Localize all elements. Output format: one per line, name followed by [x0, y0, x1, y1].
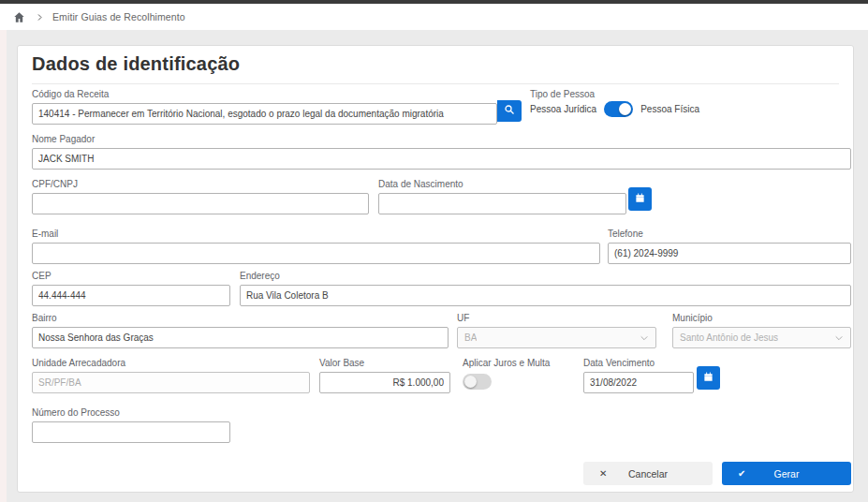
tipo-pessoa-toggle[interactable] [604, 101, 633, 117]
valor-base-label: Valor Base [319, 358, 450, 368]
uf-label: UF [457, 313, 656, 323]
cpf-cnpj-input[interactable] [32, 193, 369, 214]
identification-card: Dados de identificação Código da Receita… [17, 45, 854, 493]
check-icon: ✔ [738, 469, 745, 479]
data-nascimento-label: Data de Nascimento [378, 179, 626, 189]
aplicar-juros-toggle[interactable] [463, 374, 492, 390]
cpf-cnpj-label: CPF/CNPJ [32, 179, 369, 189]
breadcrumb-current: Emitir Guias de Recolhimento [52, 11, 185, 22]
tipo-pessoa-switch-row: Pessoa Jurídica Pessoa Física [530, 101, 699, 117]
generate-button-label: Gerar [774, 468, 800, 480]
nome-pagador-input[interactable] [32, 148, 851, 170]
cep-label: CEP [32, 271, 230, 281]
close-icon: ✕ [599, 469, 607, 479]
cancel-button[interactable]: ✕ Cancelar [583, 462, 713, 485]
endereco-label: Endereço [240, 271, 851, 281]
tipo-pessoa-option-juridica: Pessoa Jurídica [530, 104, 596, 114]
nome-pagador-label: Nome Pagador [32, 134, 851, 144]
bairro-label: Bairro [32, 313, 449, 323]
data-vencimento-input[interactable] [583, 372, 694, 393]
breadcrumb: Emitir Guias de Recolhimento [0, 4, 868, 30]
municipio-label: Município [672, 313, 851, 323]
telefone-input[interactable] [608, 243, 851, 264]
calendar-icon [635, 192, 645, 206]
endereco-input[interactable] [240, 285, 851, 306]
chevron-down-icon [834, 333, 844, 343]
generate-button[interactable]: ✔ Gerar [722, 462, 851, 485]
numero-processo-input[interactable] [32, 421, 230, 443]
codigo-receita-label: Código da Receita [32, 89, 497, 99]
data-nascimento-calendar-button[interactable] [628, 187, 652, 211]
data-vencimento-label: Data Vencimento [583, 358, 694, 368]
calendar-icon [703, 371, 714, 385]
codigo-receita-input[interactable] [32, 103, 497, 125]
uf-select[interactable]: BA [457, 327, 656, 348]
home-icon[interactable] [13, 11, 25, 23]
numero-processo-label: Número do Processo [32, 407, 230, 418]
uf-selected-value: BA [464, 332, 477, 343]
cancel-button-label: Cancelar [628, 468, 668, 480]
toggle-knob [464, 376, 477, 388]
aplicar-juros-label: Aplicar Juros e Multa [463, 358, 550, 368]
telefone-label: Telefone [608, 229, 851, 239]
tipo-pessoa-option-fisica: Pessoa Física [640, 104, 699, 114]
left-edge-strip [0, 30, 7, 502]
unidade-arrecadadora-input[interactable] [32, 372, 310, 393]
search-receita-button[interactable] [497, 100, 522, 122]
toggle-knob [619, 103, 631, 115]
municipio-select[interactable]: Santo Antônio de Jesus [672, 327, 851, 348]
data-vencimento-calendar-button[interactable] [697, 366, 720, 390]
title-divider [32, 83, 839, 84]
bairro-input[interactable] [32, 327, 449, 348]
municipio-selected-value: Santo Antônio de Jesus [680, 332, 778, 343]
cep-input[interactable] [32, 285, 230, 306]
email-label: E-mail [32, 229, 600, 239]
email-input[interactable] [32, 243, 600, 264]
chevron-right-icon [36, 13, 44, 22]
unidade-arrecadadora-label: Unidade Arrecadadora [32, 358, 310, 368]
search-icon [504, 104, 515, 118]
chevron-down-icon [640, 333, 649, 343]
data-nascimento-input[interactable] [378, 193, 626, 214]
section-title: Dados de identificação [32, 53, 240, 75]
tipo-pessoa-label: Tipo de Pessoa [530, 89, 595, 99]
valor-base-input[interactable] [319, 372, 450, 393]
